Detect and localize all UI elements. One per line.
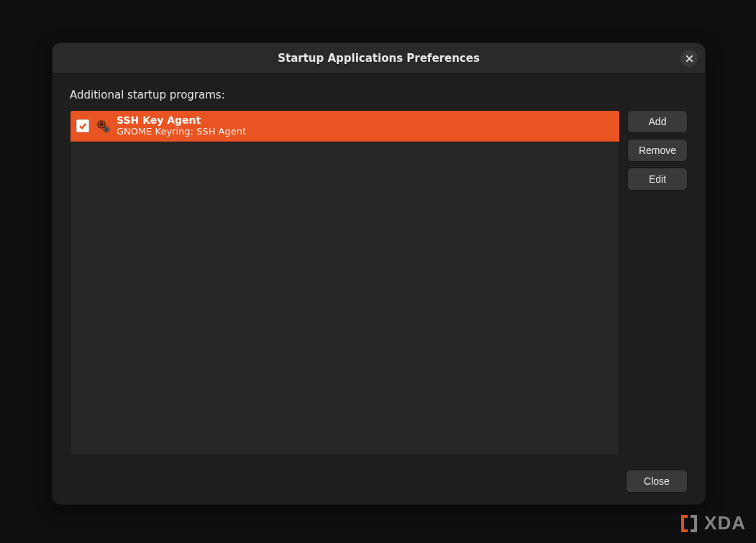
watermark-logo: XDA xyxy=(678,512,746,534)
add-button[interactable]: Add xyxy=(627,110,688,133)
list-item[interactable]: SSH Key Agent GNOME Keyring: SSH Agent xyxy=(70,111,619,142)
startup-programs-list[interactable]: SSH Key Agent GNOME Keyring: SSH Agent xyxy=(70,110,620,455)
edit-button[interactable]: Edit xyxy=(627,168,688,191)
startup-apps-window: Startup Applications Preferences Additio… xyxy=(52,42,706,505)
titlebar: Startup Applications Preferences xyxy=(53,43,705,74)
svg-point-3 xyxy=(100,123,103,126)
enable-checkbox[interactable] xyxy=(76,119,89,132)
window-title: Startup Applications Preferences xyxy=(278,52,480,65)
window-content: Additional startup programs: xyxy=(53,74,705,504)
svg-point-13 xyxy=(106,129,108,131)
list-item-subtitle: GNOME Keyring: SSH Agent xyxy=(117,127,246,137)
list-item-title: SSH Key Agent xyxy=(117,114,246,126)
footer: Close xyxy=(70,461,688,493)
close-button[interactable]: Close xyxy=(626,470,688,493)
gears-icon xyxy=(95,118,111,134)
window-close-button[interactable] xyxy=(680,50,698,67)
check-icon xyxy=(78,122,87,130)
svg-line-10 xyxy=(104,121,104,122)
xda-brackets-icon xyxy=(678,513,700,534)
remove-button[interactable]: Remove xyxy=(627,139,688,162)
watermark-text: XDA xyxy=(704,512,746,534)
svg-line-8 xyxy=(98,121,99,122)
close-icon xyxy=(686,55,693,63)
list-item-text: SSH Key Agent GNOME Keyring: SSH Agent xyxy=(117,114,246,137)
body-row: SSH Key Agent GNOME Keyring: SSH Agent A… xyxy=(70,110,688,455)
svg-line-11 xyxy=(98,127,99,127)
side-buttons: Add Remove Edit xyxy=(627,110,688,455)
list-label: Additional startup programs: xyxy=(70,88,688,101)
